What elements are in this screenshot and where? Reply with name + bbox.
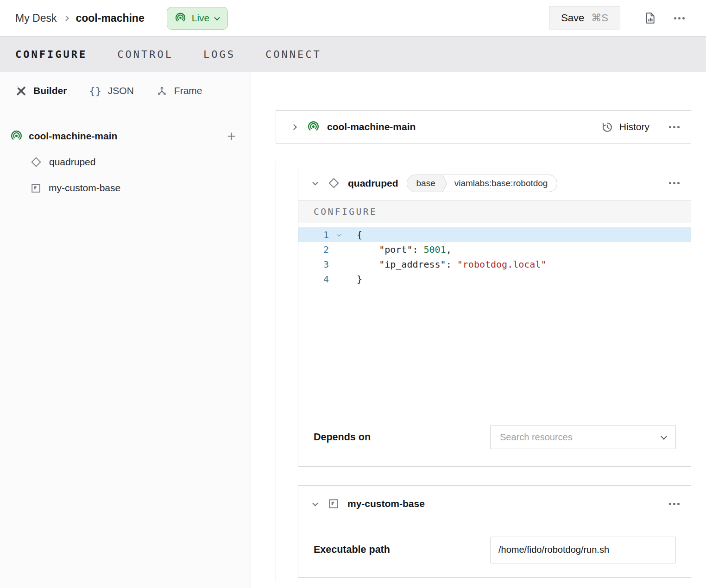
module-card-more-menu[interactable] [669, 503, 680, 505]
live-status-dropdown[interactable]: Live [167, 7, 228, 30]
builder-tools-icon [15, 85, 27, 97]
fold-chevron-icon[interactable] [329, 227, 348, 242]
module-card-body: Executable path [298, 522, 691, 577]
collapse-chevron-icon[interactable] [312, 180, 318, 186]
tab-configure[interactable]: CONFIGURE [15, 49, 87, 60]
machine-card: cool-machine-main History [276, 110, 691, 144]
save-label: Save [561, 12, 584, 24]
component-card-more-menu[interactable] [669, 182, 680, 184]
tree-child-label: my-custom-base [49, 182, 120, 194]
code-line-1[interactable]: 1{ [298, 227, 691, 242]
line-number: 2 [298, 242, 329, 257]
executable-path-input[interactable] [490, 537, 676, 563]
depends-on-select[interactable]: Search resources [490, 425, 676, 449]
history-clock-icon [601, 121, 613, 133]
top-header: My Desk cool-machine Live Save ⌘S [0, 0, 706, 36]
frame-axes-icon [156, 85, 168, 97]
view-tab-builder[interactable]: Builder [15, 85, 67, 97]
chevron-down-icon [661, 433, 667, 440]
module-icon [328, 498, 340, 510]
tree-root-label: cool-machine-main [29, 131, 117, 142]
collapse-chevron-icon[interactable] [312, 500, 318, 506]
json-code-editor[interactable]: 1{2 "port": 5001,3 "ip_address": "robotd… [298, 223, 691, 425]
history-button[interactable]: History [601, 121, 649, 133]
module-card-title: my-custom-base [347, 498, 425, 509]
breadcrumb-parent[interactable]: My Desk [15, 12, 57, 25]
live-label: Live [192, 13, 210, 24]
broadcast-icon [175, 13, 186, 24]
depends-on-row: Depends on Search resources [298, 425, 691, 466]
fold-gutter [329, 272, 348, 287]
breadcrumb-chevron-icon [64, 16, 68, 20]
tree-child-label: quadruped [49, 156, 95, 168]
line-number: 3 [298, 257, 329, 272]
nesting-connector-line [276, 161, 276, 581]
broadcast-icon [307, 121, 320, 133]
tree-item-my-custom-base[interactable]: my-custom-base [0, 175, 251, 201]
badge-divider-chevron-icon [442, 175, 449, 192]
tree-item-quadruped[interactable]: quadruped [0, 149, 251, 175]
view-tab-frame[interactable]: Frame [156, 85, 202, 97]
fold-gutter [329, 257, 348, 272]
save-button[interactable]: Save ⌘S [549, 6, 620, 30]
builder-tab-label: Builder [33, 85, 67, 96]
tab-connect[interactable]: CONNECT [265, 49, 321, 60]
code-line-2[interactable]: 2 "port": 5001, [298, 242, 691, 257]
code-text: { [348, 227, 362, 242]
machine-card-title: cool-machine-main [327, 121, 416, 132]
broadcast-icon [10, 130, 23, 143]
tab-logs[interactable]: LOGS [203, 49, 235, 60]
component-type-model-badge[interactable]: base viamlabs:base:robotdog [407, 175, 558, 192]
code-line-3[interactable]: 3 "ip_address": "robotdog.local" [298, 257, 691, 272]
expand-chevron-icon[interactable] [291, 124, 297, 130]
depends-on-label: Depends on [314, 432, 371, 443]
depends-on-placeholder: Search resources [500, 432, 573, 443]
code-text: "port": 5001, [348, 242, 452, 257]
machine-nav-tabs: CONFIGURE CONTROL LOGS CONNECT [0, 36, 706, 72]
module-card-header: my-custom-base [298, 486, 691, 522]
machine-stats-file-icon[interactable] [643, 12, 656, 25]
module-card-my-custom-base: my-custom-base Executable path [298, 485, 691, 578]
component-card-header: quadruped base viamlabs:base:robotdog [298, 166, 691, 200]
code-line-4[interactable]: 4} [298, 272, 691, 287]
save-shortcut: ⌘S [591, 12, 608, 24]
config-main-panel: cool-machine-main History [251, 72, 706, 588]
sidebar-view-tabs: Builder {} JSON Frame [0, 72, 251, 110]
breadcrumb-current: cool-machine [76, 12, 144, 25]
configure-section-bar: CONFIGURE [298, 200, 691, 223]
tab-control[interactable]: CONTROL [117, 49, 173, 60]
history-label: History [619, 121, 649, 132]
configure-section-label: CONFIGURE [314, 206, 377, 217]
json-braces-icon: {} [89, 85, 101, 97]
fold-gutter [329, 242, 348, 257]
line-number: 1 [298, 227, 329, 242]
view-tab-json[interactable]: {} JSON [89, 85, 134, 97]
code-text: "ip_address": "robotdog.local" [348, 257, 546, 272]
header-more-menu[interactable] [674, 17, 685, 19]
component-diamond-icon [328, 177, 340, 189]
tree-item-machine-main[interactable]: cool-machine-main + [0, 123, 251, 149]
line-number: 4 [298, 272, 329, 287]
module-icon [30, 182, 42, 194]
component-diamond-icon [30, 156, 42, 168]
executable-path-label: Executable path [314, 544, 390, 556]
code-text: } [348, 272, 362, 287]
badge-type-segment: base [407, 175, 442, 192]
config-sidebar: Builder {} JSON Frame [0, 72, 251, 588]
badge-model-segment: viamlabs:base:robotdog [449, 178, 557, 188]
component-card-quadruped: quadruped base viamlabs:base:robotdog CO… [298, 166, 691, 467]
component-card-title: quadruped [348, 178, 398, 189]
machine-card-more-menu[interactable] [669, 126, 680, 128]
resource-tree: cool-machine-main + quadruped [0, 110, 251, 201]
chevron-down-icon [214, 14, 220, 20]
json-tab-label: JSON [108, 85, 134, 96]
add-resource-button[interactable]: + [227, 129, 236, 144]
frame-tab-label: Frame [174, 85, 202, 96]
